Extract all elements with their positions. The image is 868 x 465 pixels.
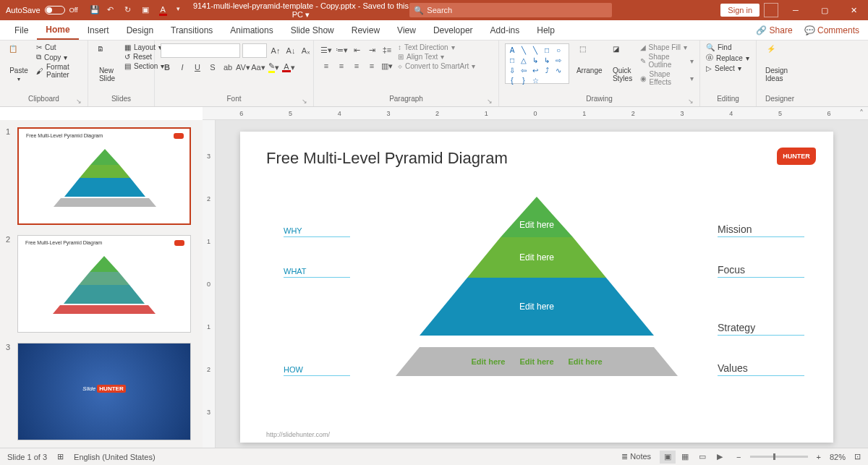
shape-outline-button[interactable]: ✎ Shape Outline ▾	[640, 53, 694, 69]
autosave-toggle[interactable]: AutoSave Off	[0, 6, 84, 14]
tab-developer[interactable]: Developer	[425, 20, 482, 40]
close-button[interactable]: ✕	[839, 0, 868, 20]
slide-canvas[interactable]: Free Multi-Level Pyramid Diagram HUNTER …	[240, 132, 833, 443]
shape-fill-button[interactable]: ◢ Shape Fill ▾	[640, 43, 694, 51]
align-left-button[interactable]: ≡	[320, 59, 333, 72]
increase-font-icon[interactable]: A↑	[269, 44, 282, 57]
clear-format-icon[interactable]: Aₓ	[299, 44, 312, 57]
tab-design[interactable]: Design	[118, 20, 162, 40]
find-button[interactable]: 🔍 Find	[706, 43, 749, 51]
select-button[interactable]: ▷ Select ▾	[706, 64, 749, 72]
slide-thumbnail-1[interactable]: Free Multi-Level Pyramid Diagram	[17, 127, 191, 225]
shapes-gallery[interactable]: A╲╲□○□ △↳↳⇨⇩⇦ ↩⤴∿{}☆	[505, 43, 569, 84]
dialog-launcher-icon[interactable]: ↘	[487, 98, 493, 105]
quick-styles-button[interactable]: ◪Quick Styles	[610, 43, 636, 84]
pyramid-diagram[interactable]: WHY Edit here Mission WHAT Edit here Foc…	[284, 197, 804, 376]
italic-button[interactable]: I	[176, 61, 189, 74]
signin-button[interactable]: Sign in	[720, 4, 760, 17]
tab-addins[interactable]: Add-ins	[482, 20, 529, 40]
dialog-launcher-icon[interactable]: ↘	[76, 98, 82, 105]
tab-insert[interactable]: Insert	[79, 20, 118, 40]
slide-footer[interactable]: http://slidehunter.com/	[266, 431, 330, 438]
thumbnail-panel[interactable]: 1 Free Multi-Level Pyramid Diagram 2 Fre…	[0, 120, 203, 448]
slide-thumbnail-3[interactable]: Slide HUNTER	[17, 343, 191, 440]
question-label-why[interactable]: WHY	[284, 226, 350, 237]
save-icon[interactable]: 💾	[90, 5, 100, 15]
qat-more-icon[interactable]: ▾	[176, 5, 187, 15]
replace-button[interactable]: ⓐ Replace ▾	[706, 53, 749, 63]
line-spacing-button[interactable]: ‡≡	[380, 43, 393, 56]
align-center-button[interactable]: ≡	[335, 59, 348, 72]
maximize-button[interactable]: ▢	[810, 0, 839, 20]
justify-button[interactable]: ≡	[365, 59, 378, 72]
search-box[interactable]: 🔍 Search	[409, 3, 612, 17]
columns-button[interactable]: ▥▾	[380, 59, 393, 72]
answer-label-mission[interactable]: Mission	[718, 223, 804, 237]
toggle-switch[interactable]	[45, 6, 65, 14]
strike-button[interactable]: S	[206, 61, 219, 74]
slide-editor[interactable]: 3210123 Free Multi-Level Pyramid Diagram…	[203, 120, 868, 448]
underline-button[interactable]: U	[191, 61, 204, 74]
slideshow-view-icon[interactable]: ▶	[712, 451, 728, 464]
font-name-input[interactable]	[161, 43, 240, 58]
pyramid-level-1-text[interactable]: Edit here	[515, 220, 558, 230]
hunter-logo[interactable]: HUNTER	[777, 148, 816, 165]
pyramid-level-2-text[interactable]: Edit here	[519, 252, 554, 263]
tab-slideshow[interactable]: Slide Show	[282, 20, 343, 40]
arrange-button[interactable]: ⬚Arrange	[574, 43, 605, 76]
paste-button[interactable]: 📋 Paste▾	[6, 43, 32, 84]
zoom-out-button[interactable]: −	[736, 453, 741, 461]
indent-inc-button[interactable]: ⇥	[365, 43, 378, 56]
font-color-button[interactable]: A▾	[282, 61, 295, 74]
new-slide-button[interactable]: 🗎 New Slide	[94, 43, 120, 84]
slide-counter[interactable]: Slide 1 of 3	[7, 453, 47, 461]
tab-transitions[interactable]: Transitions	[162, 20, 221, 40]
question-label-what[interactable]: WHAT	[284, 267, 350, 278]
answer-label-strategy[interactable]: Strategy	[718, 322, 804, 336]
accessibility-icon[interactable]: ⊞	[57, 452, 64, 461]
format-painter-button[interactable]: 🖌Format Painter	[36, 63, 82, 79]
bullets-button[interactable]: ☰▾	[320, 43, 333, 56]
tab-view[interactable]: View	[388, 20, 425, 40]
minimize-button[interactable]: ─	[781, 0, 810, 20]
notes-button[interactable]: ≣ Notes	[621, 452, 651, 461]
sorter-view-icon[interactable]: ▦	[677, 451, 693, 464]
question-label-how[interactable]: HOW	[284, 365, 350, 376]
language-status[interactable]: English (United States)	[74, 453, 156, 461]
decrease-font-icon[interactable]: A↓	[284, 44, 297, 57]
cut-button[interactable]: ✂Cut	[36, 43, 82, 51]
shadow-button[interactable]: ab	[221, 61, 234, 74]
slide-title[interactable]: Free Multi-Level Pyramid Diagram	[266, 149, 508, 168]
font-size-input[interactable]	[242, 43, 267, 58]
align-right-button[interactable]: ≡	[350, 59, 363, 72]
undo-icon[interactable]: ↶	[107, 5, 117, 15]
pyramid-level-4-text-3[interactable]: Edit here	[569, 357, 603, 366]
normal-view-icon[interactable]: ▣	[660, 451, 676, 464]
reading-view-icon[interactable]: ▭	[694, 451, 710, 464]
highlight-button[interactable]: ✎▾	[267, 61, 280, 74]
design-ideas-button[interactable]: ⚡Design Ideas	[762, 43, 791, 84]
align-text-button[interactable]: ⊞ Align Text ▾	[398, 53, 475, 61]
zoom-slider[interactable]	[750, 456, 808, 458]
tab-file[interactable]: File	[6, 20, 37, 40]
answer-label-values[interactable]: Values	[718, 362, 804, 376]
char-spacing-button[interactable]: AV▾	[237, 61, 250, 74]
pyramid-level-3-text[interactable]: Edit here	[519, 302, 554, 312]
ribbon-display-icon[interactable]	[764, 3, 778, 17]
dialog-launcher-icon[interactable]: ↘	[302, 98, 307, 105]
tab-home[interactable]: Home	[37, 20, 78, 40]
dialog-launcher-icon[interactable]: ↘	[688, 98, 694, 105]
slide-thumbnail-2[interactable]: Free Multi-Level Pyramid Diagram	[17, 235, 191, 333]
copy-button[interactable]: ⧉Copy ▾	[36, 53, 82, 61]
smartart-button[interactable]: ⟐ Convert to SmartArt ▾	[398, 62, 475, 70]
zoom-level[interactable]: 82%	[830, 453, 846, 461]
shape-effects-button[interactable]: ◉ Shape Effects ▾	[640, 70, 694, 86]
redo-icon[interactable]: ↻	[124, 5, 135, 15]
fit-window-icon[interactable]: ⊡	[854, 452, 861, 461]
answer-label-focus[interactable]: Focus	[718, 264, 804, 278]
zoom-in-button[interactable]: +	[817, 453, 821, 461]
bold-button[interactable]: B	[161, 61, 174, 74]
share-button[interactable]: 🔗 Share	[756, 25, 792, 35]
pyramid-level-4-text-2[interactable]: Edit here	[519, 357, 553, 366]
present-icon[interactable]: ▣	[142, 5, 152, 15]
